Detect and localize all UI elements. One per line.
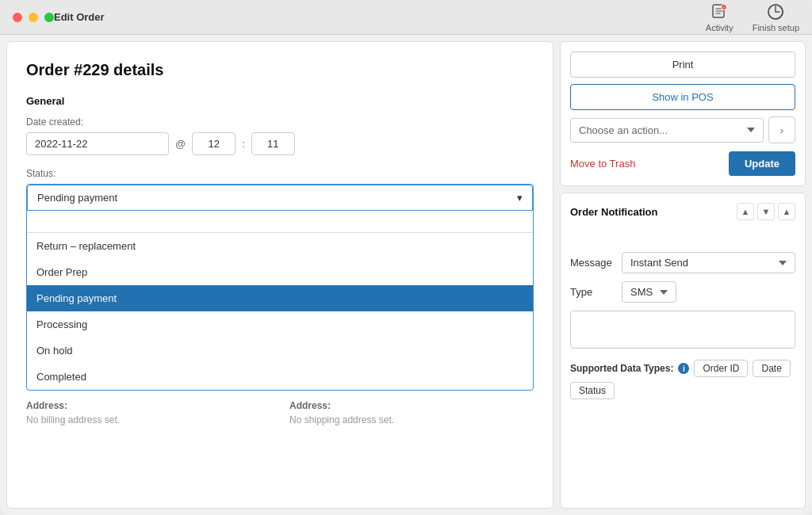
status-chevron-icon <box>517 192 523 204</box>
notification-title: Order Notification <box>570 206 658 218</box>
shipping-address-block: Address: No shipping address set. <box>289 400 534 425</box>
activity-button[interactable]: Activity <box>706 2 733 32</box>
time-hour-input[interactable] <box>192 132 236 155</box>
finish-setup-label: Finish setup <box>753 23 799 32</box>
supported-types-label: Supported Data Types: <box>570 363 673 374</box>
choose-action-select[interactable]: Choose an action... <box>570 118 764 143</box>
notif-textarea[interactable] <box>570 311 795 349</box>
billing-address-block: Address: No billing address set. <box>26 400 270 425</box>
date-label: Date created: <box>26 116 534 128</box>
main-content: Order #229 details General Date created:… <box>0 35 812 515</box>
status-label: Status: <box>26 168 534 179</box>
svg-point-1 <box>722 4 727 10</box>
print-button[interactable]: Print <box>570 52 795 78</box>
status-dropdown[interactable]: Pending payment Return – replacement Ord… <box>26 184 534 391</box>
type-select[interactable]: SMS <box>622 281 676 303</box>
status-dropdown-header[interactable]: Pending payment <box>27 185 533 211</box>
dropdown-item-on-hold[interactable]: On hold <box>27 338 533 364</box>
billing-address-title: Address: <box>26 400 270 411</box>
right-panel: Print Show in POS Choose an action... › … <box>560 41 806 509</box>
message-row: Message Instant Send <box>570 252 795 273</box>
dropdown-item-order-prep[interactable]: Order Prep <box>27 259 533 285</box>
order-id-badge[interactable]: Order ID <box>694 360 748 377</box>
choose-action-row: Choose an action... › <box>570 116 795 143</box>
titlebar: Edit Order Activity <box>0 0 812 35</box>
minimize-button[interactable] <box>29 13 38 22</box>
at-symbol: @ <box>175 138 186 150</box>
dropdown-list[interactable]: Return – replacement Order Prep Pending … <box>27 233 533 390</box>
action-card: Print Show in POS Choose an action... › … <box>560 41 806 186</box>
left-panel: Order #229 details General Date created:… <box>6 41 553 509</box>
status-badge[interactable]: Status <box>570 382 615 399</box>
date-row: @ : <box>26 132 534 155</box>
date-badge[interactable]: Date <box>753 360 790 377</box>
colon-symbol: : <box>242 138 245 150</box>
notification-controls: ▲ ▼ ▲ <box>737 203 795 220</box>
notification-card: Order Notification ▲ ▼ ▲ Message Instant… <box>560 193 806 509</box>
notif-up-button[interactable]: ▲ <box>737 203 754 220</box>
message-label: Message <box>570 257 614 269</box>
finish-setup-button[interactable]: Finish setup <box>753 2 799 32</box>
arrow-right-icon: › <box>780 124 783 136</box>
traffic-lights <box>13 13 54 22</box>
page-title: Edit Order <box>54 11 105 23</box>
dropdown-item-completed[interactable]: Completed <box>27 364 533 390</box>
dropdown-item-return[interactable]: Return – replacement <box>27 233 533 259</box>
maximize-button[interactable] <box>44 13 54 22</box>
dropdown-item-pending[interactable]: Pending payment <box>27 285 533 311</box>
notif-collapse-button[interactable]: ▲ <box>778 203 795 220</box>
info-icon: i <box>678 363 689 374</box>
update-button[interactable]: Update <box>729 151 795 176</box>
notif-spacer <box>570 230 795 252</box>
move-to-trash-link[interactable]: Move to Trash <box>570 158 635 170</box>
status-selected-value: Pending payment <box>37 192 117 204</box>
status-section: Status: Pending payment Return – replace… <box>26 168 534 391</box>
shipping-address-title: Address: <box>289 400 534 411</box>
supported-types-row: Supported Data Types: i Order ID Date St… <box>570 360 795 399</box>
shipping-address-text: No shipping address set. <box>289 414 534 425</box>
show-in-pos-button[interactable]: Show in POS <box>570 84 795 110</box>
notif-down-button[interactable]: ▼ <box>757 203 775 220</box>
order-title: Order #229 details <box>26 61 534 79</box>
date-input[interactable] <box>26 132 169 155</box>
type-label: Type <box>570 286 614 298</box>
close-button[interactable] <box>13 13 22 22</box>
general-section-label: General <box>26 95 534 107</box>
address-row: Address: No billing address set. Address… <box>26 391 534 425</box>
message-select[interactable]: Instant Send <box>622 252 795 273</box>
action-arrow-button[interactable]: › <box>768 116 795 143</box>
billing-address-text: No billing address set. <box>26 414 270 425</box>
finish-setup-icon <box>766 2 785 21</box>
time-minute-input[interactable] <box>251 132 295 155</box>
activity-icon <box>710 2 729 21</box>
type-row: Type SMS <box>570 281 795 303</box>
activity-label: Activity <box>706 23 733 32</box>
notification-header: Order Notification ▲ ▼ ▲ <box>570 203 795 220</box>
dropdown-item-processing[interactable]: Processing <box>27 311 533 338</box>
header-actions: Activity Finish setup <box>706 2 799 32</box>
trash-update-row: Move to Trash Update <box>570 151 795 176</box>
dropdown-search-input[interactable] <box>27 211 533 233</box>
dropdown-search-container <box>27 211 533 233</box>
